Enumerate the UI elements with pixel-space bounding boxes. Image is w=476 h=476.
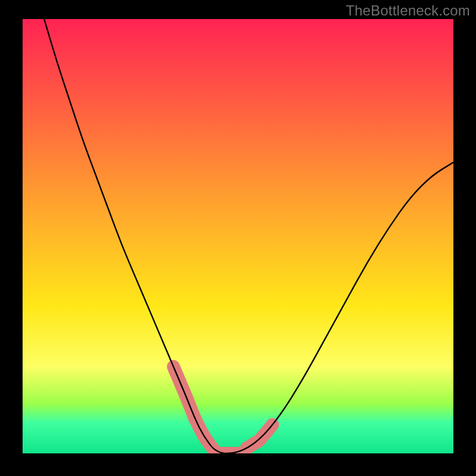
gradient-background bbox=[23, 19, 453, 453]
chart-plot-area bbox=[23, 19, 453, 453]
chart-frame: TheBottleneck.com bbox=[0, 0, 476, 476]
chart-svg bbox=[23, 19, 453, 453]
watermark-text: TheBottleneck.com bbox=[346, 2, 470, 19]
